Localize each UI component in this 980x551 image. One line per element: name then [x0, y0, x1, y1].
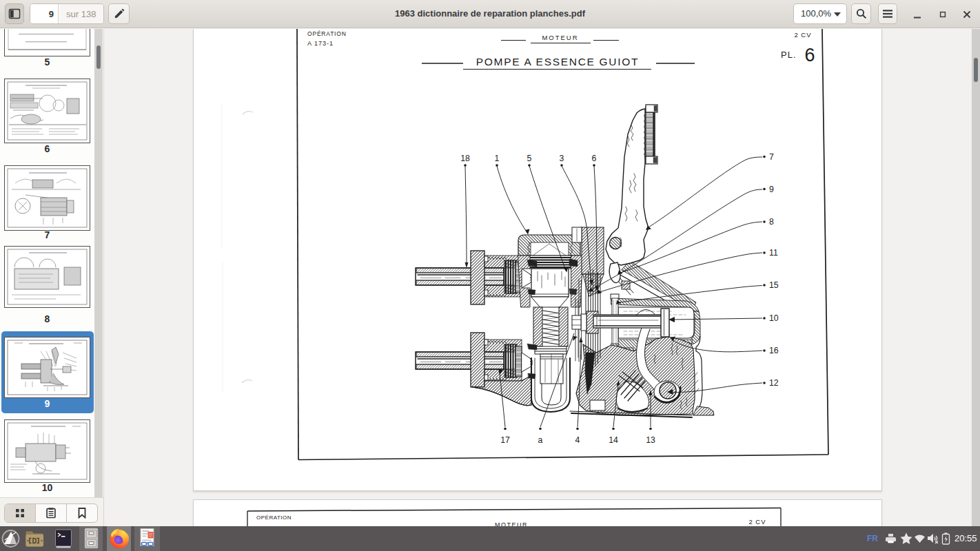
- svg-text:6: 6: [592, 154, 597, 163]
- svg-text:14: 14: [609, 435, 618, 445]
- svg-text:10: 10: [769, 313, 779, 323]
- svg-text:9: 9: [769, 185, 774, 194]
- svg-text:7: 7: [769, 152, 774, 162]
- svg-text:PL.: PL.: [781, 50, 797, 60]
- svg-text:15: 15: [769, 280, 779, 290]
- svg-text:13: 13: [646, 435, 655, 445]
- svg-text:18: 18: [460, 154, 470, 163]
- svg-text:POMPE A ESSENCE GUIOT: POMPE A ESSENCE GUIOT: [476, 56, 639, 67]
- svg-text:OPÉRATION: OPÉRATION: [307, 30, 347, 37]
- svg-text:3: 3: [560, 154, 564, 163]
- svg-text:12: 12: [769, 378, 779, 388]
- svg-text:2 CV: 2 CV: [794, 31, 811, 39]
- svg-text:MOTEUR: MOTEUR: [542, 34, 578, 41]
- svg-text:A 173-1: A 173-1: [307, 40, 334, 47]
- svg-text:1: 1: [495, 154, 500, 163]
- svg-text:11: 11: [769, 248, 778, 258]
- svg-text:16: 16: [769, 346, 779, 355]
- svg-text:4: 4: [575, 435, 580, 445]
- svg-text:5: 5: [527, 154, 532, 163]
- svg-text:2 CV: 2 CV: [748, 518, 766, 526]
- svg-text:6: 6: [804, 45, 815, 65]
- svg-text:17: 17: [500, 435, 510, 445]
- svg-text:8: 8: [769, 217, 774, 227]
- svg-text:a: a: [538, 435, 543, 445]
- svg-text:OPÉRATION: OPÉRATION: [256, 514, 292, 521]
